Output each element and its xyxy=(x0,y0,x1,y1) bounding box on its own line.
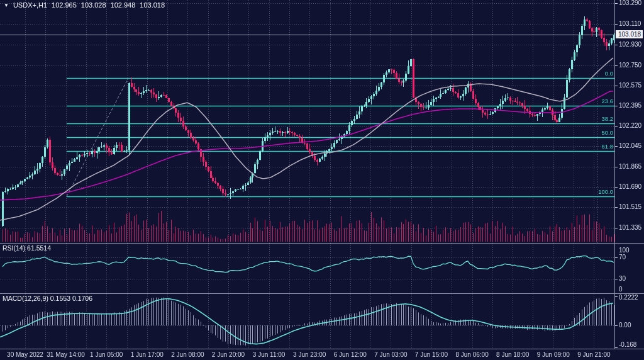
chart-canvas[interactable] xyxy=(0,0,644,360)
trading-chart-window: ▼ USDX+,H1 102.965 103.028 102.948 103.0… xyxy=(0,0,644,360)
